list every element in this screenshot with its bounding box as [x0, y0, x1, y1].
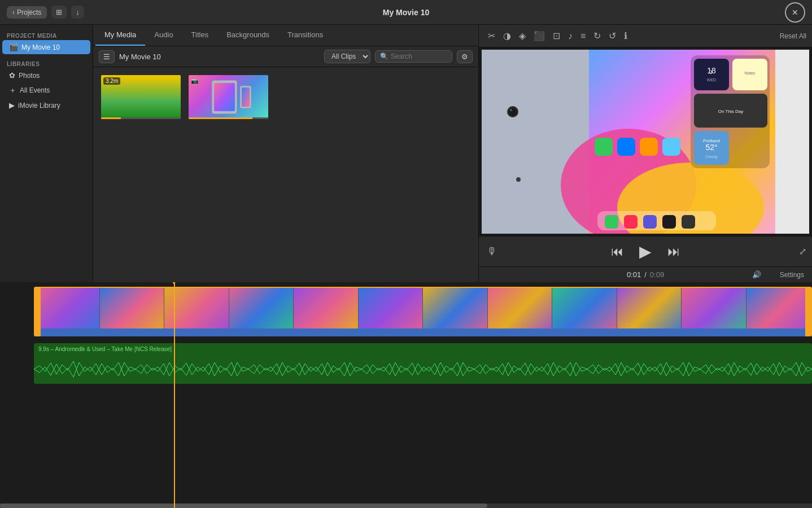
sidebar-item-photos[interactable]: ✿ Photos — [2, 68, 90, 82]
tab-my-media[interactable]: My Media — [95, 25, 145, 46]
svg-rect-28 — [640, 138, 658, 156]
skip-back-button[interactable]: ⏮ — [603, 241, 631, 262]
trim-tool-button[interactable]: ⊡ — [549, 28, 564, 43]
settings-label[interactable]: Settings — [780, 271, 804, 279]
projects-label: Projects — [17, 8, 41, 16]
skip-forward-button[interactable]: ⏭ — [660, 241, 688, 262]
svg-rect-35 — [682, 215, 695, 229]
sidebar-imovie-library-label: iMovie Library — [18, 102, 60, 110]
svg-point-7 — [510, 109, 512, 111]
crop-tool-button[interactable]: ✂ — [484, 28, 499, 43]
media-settings-button[interactable]: ⚙ — [457, 50, 473, 63]
volume-tool-button[interactable]: ♪ — [565, 28, 576, 43]
rotate-tool-button[interactable]: ↺ — [605, 28, 619, 43]
timeline-area: 9.9s – Andromedik & Used – Take Me [NCS … — [0, 282, 812, 508]
timecode-display: 0:01 — [627, 270, 641, 279]
svg-point-8 — [516, 177, 521, 182]
svg-rect-32 — [624, 215, 638, 229]
project-media-label: PROJECT MEDIA — [0, 30, 93, 40]
preview-canvas: › 18 WED Notes On This Day Portland 52° — [479, 47, 812, 236]
sidebar: PROJECT MEDIA 🎬 My Movie 10 LIBRARIES ✿ … — [0, 25, 93, 282]
reset-all-button[interactable]: Reset All — [780, 32, 806, 40]
expand-button[interactable]: ⤢ — [799, 246, 806, 257]
media-clip-2[interactable]: 📷 — [187, 74, 269, 120]
playhead-triangle — [171, 282, 177, 284]
photos-icon: ✿ — [9, 71, 15, 80]
list-view-button[interactable]: ☰ — [99, 50, 115, 63]
timeline-scrollbar-thumb[interactable] — [0, 503, 487, 508]
top-bar-right: ✕ — [785, 2, 805, 23]
fullscreen-button[interactable]: ✕ — [785, 2, 805, 23]
waveform-svg: // This won't execute inside SVG, so we'… — [34, 354, 812, 384]
color-tool-button[interactable]: ◑ — [500, 28, 514, 43]
audio-track-label-text: 9.9s – Andromedik & Used – Take Me [NCS … — [38, 346, 172, 352]
svg-rect-1 — [214, 83, 235, 111]
timeline-scrollbar[interactable] — [0, 503, 812, 508]
svg-text:52°: 52° — [705, 143, 717, 152]
track-right-handle[interactable] — [805, 287, 812, 336]
tab-titles[interactable]: Titles — [182, 25, 218, 46]
stabilize-tool-button[interactable]: ⬛ — [530, 28, 548, 43]
middle-row: PROJECT MEDIA 🎬 My Movie 10 LIBRARIES ✿ … — [0, 25, 812, 282]
sidebar-item-all-events[interactable]: ＋ All Events — [2, 82, 90, 98]
tab-transitions[interactable]: Transitions — [278, 25, 332, 46]
eq-tool-button[interactable]: ≡ — [577, 28, 589, 43]
svg-rect-33 — [643, 215, 657, 229]
filter-tool-button[interactable]: ◈ — [516, 28, 529, 43]
preview-tools-group: ✂ ◑ ◈ ⬛ ⊡ ♪ ≡ ↻ ↺ ℹ — [484, 28, 631, 43]
audio-waveform: // This won't execute inside SVG, so we'… — [34, 354, 812, 384]
app-container: ‹ Projects ⊞ ↓ My Movie 10 ✕ PROJECT MED… — [0, 0, 812, 508]
svg-rect-34 — [662, 215, 676, 229]
info-tool-button[interactable]: ℹ — [621, 28, 631, 43]
sidebar-item-my-movie[interactable]: 🎬 My Movie 10 — [2, 40, 90, 54]
fullscreen-icon: ✕ — [792, 8, 798, 17]
svg-text:On This Day: On This Day — [718, 109, 743, 114]
clips-filter-select[interactable]: All Clips — [324, 50, 370, 63]
clip-1-progress-fill — [101, 117, 121, 119]
clip-2-progress-fill — [189, 117, 252, 119]
playback-bar: 🎙 ⏮ ▶ ⏭ ⤢ — [479, 236, 812, 266]
duration-display: 0:09 — [650, 270, 664, 279]
video-track[interactable] — [34, 287, 812, 336]
layout-button[interactable]: ⊞ — [51, 6, 67, 19]
media-toolbar: ☰ My Movie 10 All Clips 🔍 ⚙ — [93, 46, 478, 67]
svg-rect-26 — [595, 138, 613, 156]
camera-icon: 📷 — [191, 77, 199, 85]
svg-rect-36 — [775, 50, 809, 234]
svg-rect-3 — [242, 87, 250, 107]
audio-track: 9.9s – Andromedik & Used – Take Me [NCS … — [34, 343, 812, 384]
app-title: My Movie 10 — [383, 8, 429, 17]
timecode-separator: / — [644, 270, 647, 279]
sidebar-item-imovie-library[interactable]: ▶ iMovie Library — [2, 98, 90, 112]
audio-track-label: 9.9s – Andromedik & Used – Take Me [NCS … — [34, 343, 812, 354]
projects-button[interactable]: ‹ Projects — [7, 6, 47, 19]
top-bar-left: ‹ Projects ⊞ ↓ — [7, 6, 84, 19]
clip-1-duration: 3.2m — [103, 77, 120, 85]
clip-2-thumbnail — [189, 75, 268, 119]
ipad-thumb-svg — [200, 77, 257, 117]
sort-button[interactable]: ↓ — [71, 6, 84, 19]
libraries-label: LIBRARIES — [0, 59, 93, 68]
sidebar-all-events-label: All Events — [20, 86, 50, 94]
svg-text:18: 18 — [707, 66, 716, 75]
preview-svg: › 18 WED Notes On This Day Portland 52° — [482, 50, 809, 234]
svg-rect-31 — [605, 215, 618, 229]
svg-rect-37 — [34, 354, 812, 384]
play-button[interactable]: ▶ — [631, 239, 660, 264]
tab-backgrounds[interactable]: Backgrounds — [217, 25, 278, 46]
top-bar: ‹ Projects ⊞ ↓ My Movie 10 ✕ — [0, 0, 812, 25]
mic-button[interactable]: 🎙 — [487, 246, 497, 257]
sidebar-project-media-item-label: My Movie 10 — [21, 43, 60, 51]
media-clip-1[interactable]: 3.2m — [100, 74, 182, 120]
svg-rect-27 — [617, 138, 635, 156]
search-input[interactable] — [391, 52, 447, 60]
tab-audio[interactable]: Audio — [145, 25, 182, 46]
speed-tool-button[interactable]: ↻ — [590, 28, 604, 43]
volume-icon: 🔊 — [752, 270, 761, 279]
sidebar-photos-label: Photos — [19, 72, 40, 80]
search-box: 🔍 — [375, 50, 452, 63]
timecode-bar: 0:01 / 0:09 🔊 Settings — [479, 266, 812, 282]
media-panel-title: My Movie 10 — [119, 52, 320, 61]
track-left-handle[interactable] — [34, 287, 41, 336]
media-grid: 3.2m — [93, 67, 478, 282]
